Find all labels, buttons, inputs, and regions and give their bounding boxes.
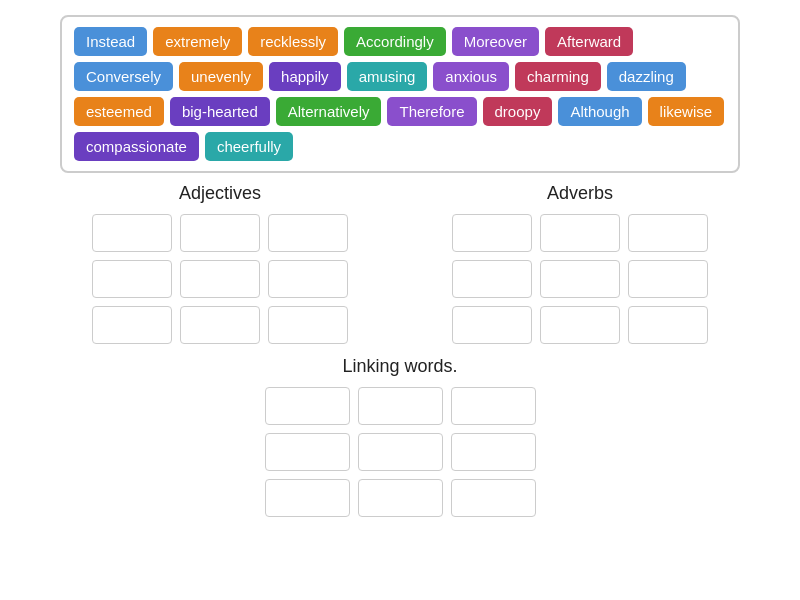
- word-chip[interactable]: Conversely: [74, 62, 173, 91]
- word-chip[interactable]: likewise: [648, 97, 725, 126]
- word-chip[interactable]: Accordingly: [344, 27, 446, 56]
- word-chip[interactable]: big-hearted: [170, 97, 270, 126]
- adjective-drop-cell[interactable]: [180, 214, 260, 252]
- word-chip[interactable]: Afterward: [545, 27, 633, 56]
- word-chip[interactable]: compassionate: [74, 132, 199, 161]
- word-chip[interactable]: charming: [515, 62, 601, 91]
- adverbs-title: Adverbs: [452, 183, 708, 204]
- adjective-drop-cell[interactable]: [268, 214, 348, 252]
- adverb-drop-cell[interactable]: [452, 306, 532, 344]
- linking-drop-cell[interactable]: [451, 387, 536, 425]
- adverb-drop-cell[interactable]: [628, 214, 708, 252]
- linking-section: Linking words.: [0, 356, 800, 517]
- linking-drop-cell[interactable]: [358, 479, 443, 517]
- linking-drop-cell[interactable]: [358, 433, 443, 471]
- word-chip[interactable]: extremely: [153, 27, 242, 56]
- adverb-drop-cell[interactable]: [540, 260, 620, 298]
- adjective-drop-cell[interactable]: [92, 306, 172, 344]
- word-chip[interactable]: recklessly: [248, 27, 338, 56]
- adverb-drop-cell[interactable]: [540, 214, 620, 252]
- adjective-drop-cell[interactable]: [180, 306, 260, 344]
- adverbs-grid: [452, 214, 708, 344]
- sort-sections: Adjectives Adverbs: [40, 183, 760, 344]
- adjectives-title: Adjectives: [92, 183, 348, 204]
- linking-drop-cell[interactable]: [358, 387, 443, 425]
- adjective-drop-cell[interactable]: [268, 260, 348, 298]
- word-chip[interactable]: Although: [558, 97, 641, 126]
- word-chip[interactable]: cheerfully: [205, 132, 293, 161]
- adjectives-grid: [92, 214, 348, 344]
- word-chip[interactable]: happily: [269, 62, 341, 91]
- adverb-drop-cell[interactable]: [452, 214, 532, 252]
- adjective-drop-cell[interactable]: [268, 306, 348, 344]
- adverb-drop-cell[interactable]: [628, 306, 708, 344]
- word-chip[interactable]: amusing: [347, 62, 428, 91]
- word-chip[interactable]: dazzling: [607, 62, 686, 91]
- adjective-drop-cell[interactable]: [180, 260, 260, 298]
- linking-drop-cell[interactable]: [451, 433, 536, 471]
- word-chip[interactable]: Instead: [74, 27, 147, 56]
- linking-drop-cell[interactable]: [265, 479, 350, 517]
- adjective-drop-cell[interactable]: [92, 214, 172, 252]
- linking-title: Linking words.: [0, 356, 800, 377]
- adjective-drop-cell[interactable]: [92, 260, 172, 298]
- word-chip[interactable]: Alternatively: [276, 97, 382, 126]
- linking-drop-cell[interactable]: [451, 479, 536, 517]
- word-chip[interactable]: Therefore: [387, 97, 476, 126]
- linking-drop-cell[interactable]: [265, 387, 350, 425]
- adverb-drop-cell[interactable]: [628, 260, 708, 298]
- adverb-drop-cell[interactable]: [540, 306, 620, 344]
- word-chip[interactable]: unevenly: [179, 62, 263, 91]
- word-chip[interactable]: droopy: [483, 97, 553, 126]
- word-bank: InsteadextremelyrecklesslyAccordinglyMor…: [60, 15, 740, 173]
- linking-grid: [0, 387, 800, 517]
- adverbs-section: Adverbs: [452, 183, 708, 344]
- linking-drop-cell[interactable]: [265, 433, 350, 471]
- word-chip[interactable]: anxious: [433, 62, 509, 91]
- word-chip[interactable]: esteemed: [74, 97, 164, 126]
- adverb-drop-cell[interactable]: [452, 260, 532, 298]
- adjectives-section: Adjectives: [92, 183, 348, 344]
- word-chip[interactable]: Moreover: [452, 27, 539, 56]
